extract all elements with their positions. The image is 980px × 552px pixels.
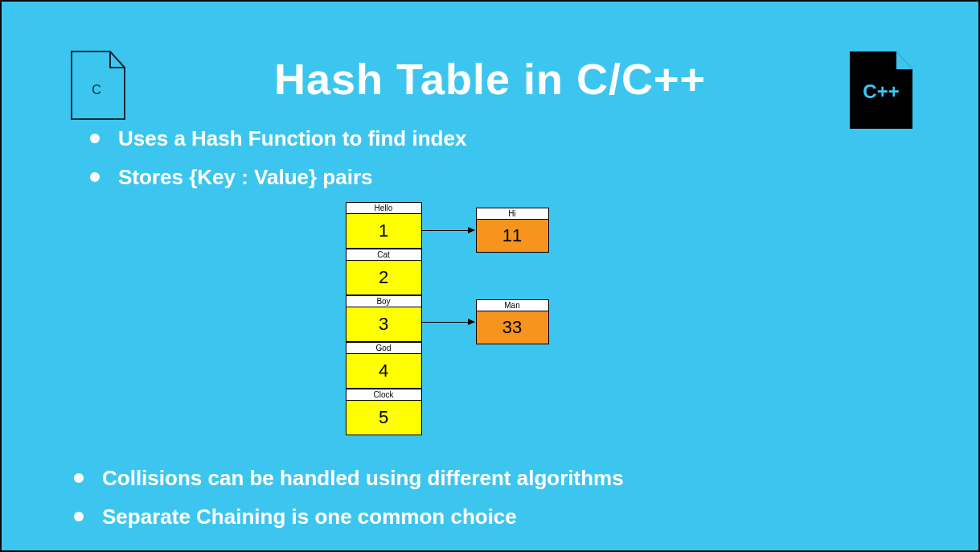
cpp-file-label: C++: [863, 80, 899, 102]
bullet-list-bottom: Collisions can be handled using differen…: [74, 463, 978, 532]
hash-main-column: Hello 1 Cat 2 Boy 3 God 4 Clock 5: [346, 202, 422, 435]
hash-cell: God 4: [346, 342, 422, 389]
hash-chain-cell: Hi 11: [476, 208, 549, 253]
hash-cell: Boy 3: [346, 295, 422, 342]
hash-value: 11: [477, 220, 548, 252]
bullet-item: Uses a Hash Function to find index: [90, 124, 978, 153]
hash-key: Cat: [346, 249, 421, 261]
hash-value: 4: [346, 354, 421, 388]
hash-value: 33: [477, 311, 548, 344]
c-file-icon: C: [70, 50, 126, 121]
hash-cell: Hello 1: [346, 202, 422, 249]
chain-arrow: [422, 322, 474, 323]
hash-cell: Clock 5: [346, 389, 422, 435]
hash-value: 2: [346, 261, 421, 295]
hash-key: Man: [477, 300, 548, 311]
hash-chain-cell: Man 33: [476, 299, 549, 344]
page-title: Hash Table in C/C++: [2, 54, 978, 104]
hash-key: Boy: [346, 296, 421, 307]
c-file-label: C: [92, 83, 101, 97]
cpp-file-icon: C++: [848, 50, 914, 130]
bullet-list-top: Uses a Hash Function to find index Store…: [90, 124, 978, 192]
bullet-item: Separate Chaining is one common choice: [74, 502, 978, 531]
hash-cell: Cat 2: [346, 249, 422, 295]
hash-value: 3: [346, 307, 421, 341]
bullet-item: Collisions can be handled using differen…: [74, 463, 978, 492]
hash-value: 5: [346, 401, 421, 435]
hash-key: Hello: [346, 203, 421, 214]
hash-value: 1: [346, 214, 421, 248]
chain-arrow: [422, 230, 474, 231]
hash-key: Clock: [346, 389, 421, 401]
hash-table-diagram: Hello 1 Cat 2 Boy 3 God 4 Clock 5 Hi 11 …: [346, 202, 635, 451]
hash-key: God: [346, 343, 421, 354]
hash-key: Hi: [477, 208, 548, 220]
bullet-item: Stores {Key : Value} pairs: [90, 163, 978, 192]
